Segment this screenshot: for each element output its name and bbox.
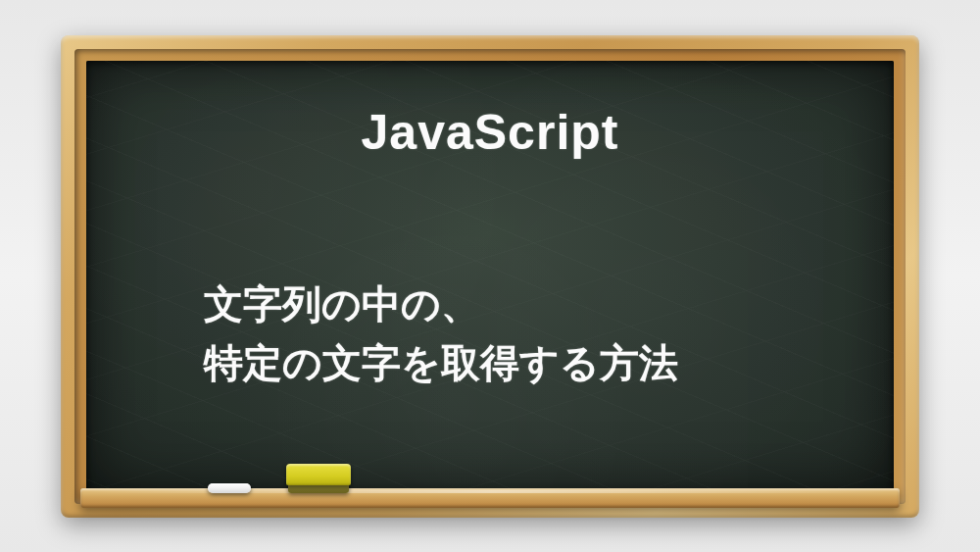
board-title: JavaScript	[86, 104, 894, 161]
chalk-icon	[208, 483, 251, 493]
chalk-tray	[80, 488, 900, 508]
board-subtitle: 文字列の中の、 特定の文字を取得する方法	[204, 275, 835, 392]
board-surface: JavaScript 文字列の中の、 特定の文字を取得する方法	[86, 61, 894, 492]
eraser-sponge	[286, 464, 351, 485]
eraser-icon	[286, 464, 351, 493]
blackboard: JavaScript 文字列の中の、 特定の文字を取得する方法	[61, 35, 919, 518]
